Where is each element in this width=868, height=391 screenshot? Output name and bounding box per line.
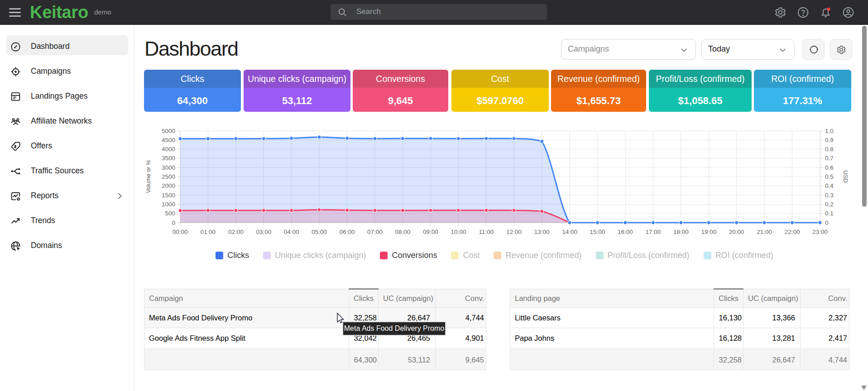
svg-text:10:00: 10:00 (451, 229, 466, 235)
svg-text:12:00: 12:00 (506, 229, 522, 235)
svg-text:4500: 4500 (162, 137, 175, 143)
svg-text:2500: 2500 (162, 173, 175, 180)
svg-text:15:00: 15:00 (590, 229, 605, 235)
svg-text:19:00: 19:00 (701, 229, 716, 235)
svg-text:0.2: 0.2 (825, 201, 834, 208)
svg-text:5000: 5000 (162, 128, 175, 134)
svg-text:0.1: 0.1 (825, 210, 834, 217)
svg-text:17:00: 17:00 (646, 229, 661, 235)
svg-text:07:00: 07:00 (367, 229, 383, 235)
svg-text:04:00: 04:00 (284, 229, 299, 235)
svg-text:11:00: 11:00 (479, 229, 494, 235)
svg-text:06:00: 06:00 (340, 229, 355, 235)
svg-text:13:00: 13:00 (534, 229, 550, 235)
svg-text:0.4: 0.4 (825, 182, 834, 189)
svg-text:1500: 1500 (162, 192, 175, 199)
svg-text:3500: 3500 (162, 155, 175, 162)
svg-text:18:00: 18:00 (673, 229, 689, 235)
svg-text:0.8: 0.8 (825, 146, 834, 153)
svg-text:1000: 1000 (162, 201, 175, 208)
svg-text:1.0: 1.0 (825, 128, 834, 134)
svg-text:09:00: 09:00 (423, 229, 438, 235)
svg-text:0.5: 0.5 (825, 173, 834, 180)
svg-text:00:00: 00:00 (173, 229, 188, 235)
svg-text:20:00: 20:00 (729, 229, 744, 235)
svg-text:16:00: 16:00 (618, 229, 633, 235)
svg-text:0: 0 (172, 219, 175, 226)
svg-text:0.7: 0.7 (825, 155, 834, 162)
svg-text:0: 0 (825, 219, 829, 226)
svg-text:2000: 2000 (162, 182, 175, 189)
svg-text:4000: 4000 (162, 146, 175, 153)
svg-text:23:00: 23:00 (812, 229, 828, 235)
svg-text:02:00: 02:00 (228, 229, 244, 235)
svg-text:08:00: 08:00 (395, 229, 411, 235)
svg-text:0.3: 0.3 (825, 192, 834, 199)
svg-text:01:00: 01:00 (201, 229, 216, 235)
svg-text:21:00: 21:00 (757, 229, 772, 235)
svg-text:03:00: 03:00 (256, 229, 271, 235)
svg-text:0.9: 0.9 (825, 137, 834, 143)
svg-text:14:00: 14:00 (562, 229, 577, 235)
svg-text:0.6: 0.6 (825, 164, 834, 171)
svg-text:05:00: 05:00 (312, 229, 327, 235)
svg-text:USD: USD (842, 170, 849, 182)
svg-text:3000: 3000 (162, 164, 175, 171)
svg-text:Volume or %: Volume or % (145, 160, 152, 193)
svg-text:22:00: 22:00 (785, 229, 800, 235)
svg-text:500: 500 (165, 210, 175, 217)
